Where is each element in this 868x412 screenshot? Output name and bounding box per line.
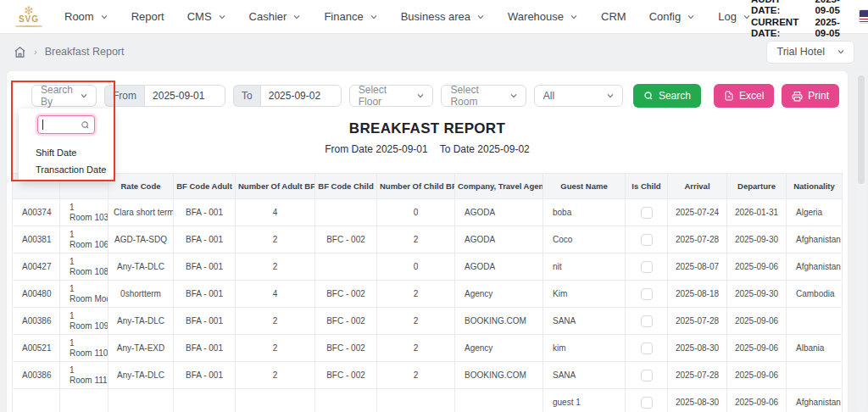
chevron-down-icon xyxy=(416,92,425,100)
app-logo[interactable]: ❇ SVG xyxy=(15,6,42,27)
nav-item-report[interactable]: Report xyxy=(131,10,164,23)
nav-item-cashier[interactable]: Cashier xyxy=(249,10,302,23)
logo-text: SVG xyxy=(19,15,39,24)
column-header: BF Code Adult xyxy=(174,174,236,199)
cell-guest-name: Kim xyxy=(543,281,626,308)
chevron-down-icon xyxy=(606,92,615,100)
cell-rate-code: AGD-TA-SDQ xyxy=(108,226,174,253)
report-to-date: To Date 2025-09-02 xyxy=(440,143,530,155)
is-child-checkbox[interactable] xyxy=(641,288,653,300)
dropdown-search-input[interactable] xyxy=(37,115,95,134)
is-child-checkbox[interactable] xyxy=(641,315,653,327)
cell-guest-name: SANA xyxy=(543,362,626,389)
room-select[interactable]: Select Room xyxy=(441,85,526,107)
vertical-scrollbar[interactable] xyxy=(856,73,866,412)
print-button[interactable]: Print xyxy=(782,84,839,108)
scrollbar-thumb[interactable] xyxy=(858,75,865,184)
language-flag-us[interactable] xyxy=(860,10,868,23)
text-caret xyxy=(42,120,43,130)
cell-rate-code: Clara short term 021 xyxy=(108,199,174,226)
cell-bf-code-child xyxy=(315,253,377,281)
chevron-down-icon xyxy=(509,92,518,100)
cell-nationality: Albania xyxy=(787,335,843,362)
cell-num-child-bf: 2 xyxy=(377,281,455,308)
cell-arrival: 2025-08-30 xyxy=(668,335,727,362)
column-header: Number Of Adult BF xyxy=(236,174,315,199)
cell-bf-code-child: BFC - 002 xyxy=(315,335,377,362)
cell-num-child-bf: 0 xyxy=(377,253,455,281)
is-child-checkbox[interactable] xyxy=(641,207,653,219)
floor-select[interactable]: Select Floor xyxy=(349,85,434,107)
is-child-checkbox[interactable] xyxy=(641,261,653,273)
cell-num-adult-bf: 2 xyxy=(236,335,315,362)
search-by-select[interactable]: Search By xyxy=(31,85,97,107)
cell-bf-code-child xyxy=(315,389,377,412)
table-row: A003861Room 111Any-TA-DLCBFA - 0012BFC -… xyxy=(13,362,843,389)
cell-reservation-no xyxy=(13,389,60,412)
is-child-checkbox[interactable] xyxy=(641,370,653,381)
is-child-checkbox[interactable] xyxy=(641,397,653,409)
cell-nationality: Afghanistan xyxy=(787,226,843,253)
home-icon[interactable] xyxy=(14,46,26,58)
cell-is-child-checkbox xyxy=(626,253,668,281)
cell-arrival: 2025-07-28 xyxy=(668,362,727,389)
cell-arrival: 2025-07-28 xyxy=(668,226,727,253)
excel-button[interactable]: Excel xyxy=(714,84,774,108)
cell-num-child-bf: 2 xyxy=(377,335,455,362)
cell-bf-code-adult xyxy=(174,389,236,412)
cell-num-adult-bf: 4 xyxy=(236,199,315,226)
is-child-checkbox[interactable] xyxy=(641,342,653,354)
cell-nationality: Algeria xyxy=(787,199,843,226)
chevron-down-icon xyxy=(292,13,301,21)
nav-item-room[interactable]: Room xyxy=(64,10,108,23)
cell-bf-code-adult: BFA - 001 xyxy=(174,362,236,389)
cell-company-travel-agent: AGODA xyxy=(455,199,543,226)
audit-date-label: AUDIT DATE: xyxy=(751,0,808,16)
cell-company-travel-agent: BOOKING.COM xyxy=(455,362,543,389)
search-icon xyxy=(81,120,90,130)
cell-reservation-no: A00381 xyxy=(13,226,60,253)
chevron-down-icon xyxy=(100,13,108,21)
search-by-value: Search By xyxy=(41,84,73,108)
nav-item-cms[interactable]: CMS xyxy=(187,10,226,23)
search-button[interactable]: Search xyxy=(633,84,701,108)
table-header-row: Rate CodeBF Code AdultNumber Of Adult BF… xyxy=(13,174,843,199)
is-child-checkbox[interactable] xyxy=(641,234,653,246)
breadcrumb-page: Breakfast Report xyxy=(45,46,125,58)
dropdown-option-shift-date[interactable]: Shift Date xyxy=(19,144,114,161)
nav-item-finance[interactable]: Finance xyxy=(324,10,377,23)
cell-num-adult-bf: 4 xyxy=(236,281,315,308)
chevron-down-icon xyxy=(837,47,845,56)
cell-guest-name: Coco xyxy=(543,226,626,253)
cell-room: 1Room 106 xyxy=(60,226,108,253)
cell-num-child-bf: 0 xyxy=(377,199,455,226)
from-date-group: From xyxy=(104,85,225,107)
hotel-selector[interactable]: Trial Hotel xyxy=(766,41,855,64)
all-select[interactable]: All xyxy=(534,85,623,107)
nav-item-warehouse[interactable]: Warehouse xyxy=(508,10,578,23)
dropdown-option-transaction-date[interactable]: Transaction Date xyxy=(19,161,114,178)
nav-item-log[interactable]: Log xyxy=(718,10,751,23)
nav-item-config[interactable]: Config xyxy=(649,10,696,23)
to-date-input[interactable] xyxy=(260,85,342,107)
cell-is-child-checkbox xyxy=(626,281,668,308)
nav-item-label: Cashier xyxy=(249,10,287,23)
cell-bf-code-adult: BFA - 001 xyxy=(174,199,236,226)
cell-nationality: Afghanistan xyxy=(787,389,843,412)
current-date-label: CURRENT DATE: xyxy=(751,17,808,39)
from-date-input[interactable] xyxy=(144,85,225,107)
excel-button-label: Excel xyxy=(739,90,764,102)
to-label: To xyxy=(233,85,260,107)
search-icon xyxy=(643,91,654,101)
nav-item-label: Room xyxy=(64,10,94,23)
cell-num-child-bf: 2 xyxy=(377,308,455,335)
nav-item-business-area[interactable]: Business area xyxy=(401,10,485,23)
cell-room: 1Room 103 xyxy=(60,199,108,226)
cell-reservation-no: A00374 xyxy=(13,199,60,226)
hotel-selector-value: Trial Hotel xyxy=(777,46,826,58)
nav-item-crm[interactable]: CRM xyxy=(601,10,626,23)
column-header: Rate Code xyxy=(108,174,174,199)
column-header: Guest Name xyxy=(543,174,626,199)
cell-bf-code-adult: BFA - 001 xyxy=(174,226,236,253)
column-header: Number Of Child BF xyxy=(377,174,455,199)
